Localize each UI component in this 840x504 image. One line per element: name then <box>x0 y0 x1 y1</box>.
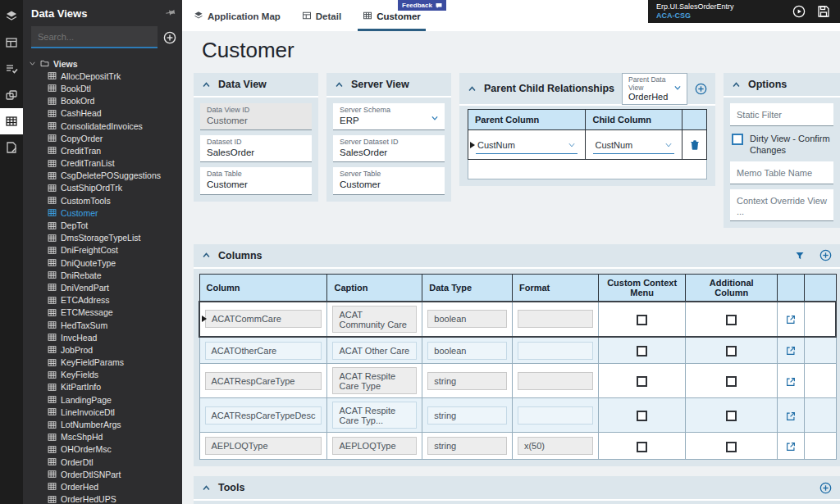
format-cell[interactable] <box>512 337 598 364</box>
tree-item-OrderDtl[interactable]: OrderDtl <box>23 456 182 468</box>
tree-item-CustShipOrdTrk[interactable]: CustShipOrdTrk <box>23 182 182 194</box>
parent-data-view-dropdown[interactable]: Parent Data View OrderHed <box>622 73 687 105</box>
child-column-cell[interactable]: CustNum <box>586 130 682 160</box>
collapse-chevron-icon[interactable] <box>468 84 477 93</box>
dirty-view-checkbox[interactable]: Dirty View - Confirm Changes <box>730 131 833 157</box>
columns-table-row[interactable]: ACATRespCareTypeDescACAT Respite Care Ty… <box>199 398 836 433</box>
tree-item-CopyOrder[interactable]: CopyOrder <box>23 132 182 144</box>
add-tool-button[interactable] <box>819 482 832 494</box>
delete-relationship-button[interactable] <box>682 139 706 151</box>
caption-cell[interactable]: ACAT Other Care <box>327 337 422 364</box>
tree-item-CreditTranList[interactable]: CreditTranList <box>23 157 182 170</box>
tree-item-Customer[interactable]: Customer <box>23 207 182 219</box>
format-cell[interactable] <box>512 398 598 433</box>
feedback-button[interactable]: Feedback <box>398 0 446 11</box>
tree-item-CsgDeletePOSuggestions[interactable]: CsgDeletePOSuggestions <box>23 170 182 182</box>
collapse-chevron-icon[interactable] <box>202 251 211 260</box>
add-column-button[interactable] <box>819 249 832 261</box>
column-cell[interactable]: AEPLOQType <box>199 433 327 460</box>
columns-table-row[interactable]: ACATOtherCareACAT Other Careboolean <box>199 337 836 364</box>
tree-item-InvcHead[interactable]: InvcHead <box>23 331 182 343</box>
tree-item-LandingPage[interactable]: LandingPage <box>23 393 182 406</box>
format-cell[interactable] <box>512 302 598 337</box>
tree-item-BookDtl[interactable]: BookDtl <box>23 82 182 94</box>
columns-table-row[interactable]: AEPLOQTypeAEPLOQTypestringx(50) <box>199 433 836 460</box>
tree-item-OHOrderMsc[interactable]: OHOrderMsc <box>23 443 182 456</box>
additional-column-checkbox[interactable] <box>726 442 737 452</box>
tree-item-BookOrd[interactable]: BookOrd <box>23 95 182 107</box>
memo-table-name-input[interactable]: Memo Table Name <box>730 161 833 184</box>
custom-context-menu-checkbox[interactable] <box>637 346 647 356</box>
tree-item-HedTaxSum[interactable]: HedTaxSum <box>23 319 182 331</box>
columns-table-row[interactable]: ACATCommCareACAT Community Careboolean <box>199 302 836 337</box>
tree-item-DmsStorageTypeList[interactable]: DmsStorageTypeList <box>23 232 182 244</box>
collapse-chevron-icon[interactable] <box>202 484 211 493</box>
rail-item-checklist-icon[interactable] <box>0 56 23 82</box>
add-relationship-button[interactable] <box>695 83 707 95</box>
collapse-chevron-icon[interactable] <box>732 80 741 89</box>
caption-cell[interactable]: ACAT Community Care <box>327 302 422 337</box>
tab-customer[interactable]: Customer <box>358 11 426 31</box>
tree-item-DniQuoteType[interactable]: DniQuoteType <box>23 257 182 269</box>
tree-root-views[interactable]: Views <box>23 57 182 70</box>
child-column-dropdown[interactable]: CustNum <box>593 136 674 154</box>
tree-item-AllocDepositTrk[interactable]: AllocDepositTrk <box>23 70 182 82</box>
tree-item-JobProd[interactable]: JobProd <box>23 343 182 356</box>
open-column-detail-button[interactable] <box>785 345 797 356</box>
tree-item-MscShpHd[interactable]: MscShpHd <box>23 431 182 443</box>
column-cell[interactable]: ACATRespCareTypeDesc <box>199 398 327 433</box>
open-column-detail-button[interactable] <box>785 441 797 452</box>
additional-column-checkbox[interactable] <box>726 315 737 325</box>
rail-item-data-grid-icon[interactable] <box>0 108 23 134</box>
tree-item-DepTot[interactable]: DepTot <box>23 219 182 231</box>
server-table-field[interactable]: Server Table Customer <box>333 167 445 194</box>
caption-cell[interactable]: ACAT Respite Care Typ... <box>327 398 422 433</box>
data-type-cell[interactable]: string <box>422 398 513 433</box>
column-cell[interactable]: ACATOtherCare <box>199 337 327 364</box>
save-button[interactable] <box>817 5 830 18</box>
custom-context-menu-checkbox[interactable] <box>637 411 647 421</box>
tree-item-CashHead[interactable]: CashHead <box>23 107 182 120</box>
tree-item-OrderHed[interactable]: OrderHed <box>23 480 182 493</box>
filter-icon[interactable] <box>795 251 805 261</box>
data-table-field[interactable]: Data Table Customer <box>200 167 312 194</box>
tree-item-KitPartInfo[interactable]: KitPartInfo <box>23 381 182 393</box>
context-override-view-input[interactable]: Context Override View ... <box>730 189 833 221</box>
server-dataset-id-field[interactable]: Server Dataset ID SalesOrder <box>333 135 445 162</box>
tab-detail[interactable]: Detail <box>297 11 346 31</box>
column-cell[interactable]: ACATRespCareType <box>199 364 327 398</box>
open-column-detail-button[interactable] <box>785 411 797 422</box>
tree-item-DniVendPart[interactable]: DniVendPart <box>23 281 182 293</box>
format-cell[interactable]: x(50) <box>512 433 598 460</box>
data-type-cell[interactable]: boolean <box>422 337 513 364</box>
open-column-detail-button[interactable] <box>785 376 797 388</box>
custom-context-menu-checkbox[interactable] <box>637 315 647 325</box>
collapse-chevron-icon[interactable] <box>202 80 211 89</box>
rail-item-doc-edit-icon[interactable] <box>0 134 23 161</box>
data-type-cell[interactable]: string <box>422 364 513 398</box>
column-cell[interactable]: ACATCommCare <box>199 302 327 337</box>
rail-item-layers-icon[interactable] <box>0 3 23 30</box>
caption-cell[interactable]: ACAT Respite Care Type <box>327 364 422 398</box>
open-column-detail-button[interactable] <box>785 314 797 325</box>
tree-item-ETCMessage[interactable]: ETCMessage <box>23 306 182 319</box>
rail-item-layout-icon[interactable] <box>0 30 23 56</box>
additional-column-checkbox[interactable] <box>726 411 737 421</box>
tree-item-ETCAddress[interactable]: ETCAddress <box>23 294 182 306</box>
custom-context-menu-checkbox[interactable] <box>637 376 647 387</box>
format-cell[interactable] <box>512 364 598 398</box>
custom-context-menu-checkbox[interactable] <box>637 442 647 452</box>
caption-cell[interactable]: AEPLOQType <box>327 433 422 460</box>
tree-item-KeyFields[interactable]: KeyFields <box>23 369 182 381</box>
tree-item-CustomTools[interactable]: CustomTools <box>23 194 182 207</box>
static-filter-input[interactable]: Static Filter <box>730 103 833 126</box>
tree-item-ConsolidatedInvoices[interactable]: ConsolidatedInvoices <box>23 120 182 132</box>
additional-column-checkbox[interactable] <box>726 376 737 387</box>
tree-item-KeyFieldParams[interactable]: KeyFieldParams <box>23 356 182 369</box>
tree-item-OrderHedUPS[interactable]: OrderHedUPS <box>23 493 182 504</box>
search-input[interactable] <box>31 26 158 48</box>
tree-item-OrderDtlSNPart[interactable]: OrderDtlSNPart <box>23 468 182 480</box>
tree-item-LineInvoiceDtl[interactable]: LineInvoiceDtl <box>23 406 182 418</box>
tree-item-DniRebate[interactable]: DniRebate <box>23 269 182 281</box>
server-schema-dropdown[interactable]: Server Schema ERP <box>333 103 445 130</box>
